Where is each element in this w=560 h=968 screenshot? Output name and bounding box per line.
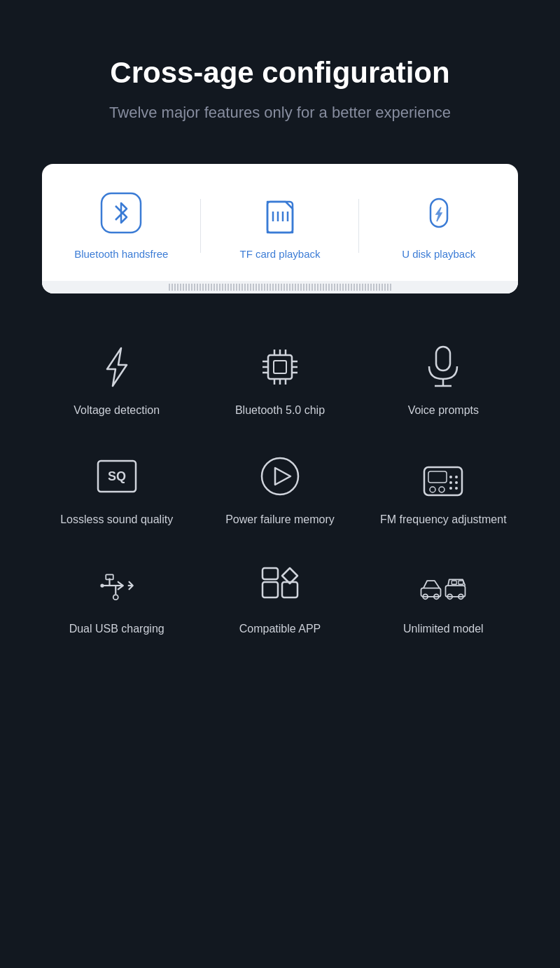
page-title: Cross-age configuration	[110, 56, 449, 90]
svg-point-42	[100, 583, 104, 587]
feature-label-voltage: Voltage detection	[74, 404, 160, 417]
feature-app: Compatible APP	[205, 561, 354, 635]
svg-rect-44	[282, 582, 298, 597]
features-grid: Voltage detection	[42, 343, 518, 635]
feature-label-chip: Bluetooth 5.0 chip	[235, 404, 325, 417]
svg-rect-43	[262, 582, 278, 597]
svg-point-28	[455, 476, 458, 478]
svg-point-31	[449, 476, 452, 478]
svg-rect-53	[458, 581, 463, 584]
svg-rect-34	[428, 471, 447, 483]
feature-label-voice: Voice prompts	[408, 404, 479, 417]
feature-card: Bluetooth handsfree TF card playback	[42, 164, 518, 293]
chip-icon	[255, 343, 304, 392]
card-item-bluetooth: Bluetooth handsfree	[42, 192, 201, 260]
feature-memory: Power failure memory	[205, 452, 354, 526]
svg-point-30	[455, 487, 458, 490]
svg-rect-8	[274, 361, 286, 373]
feature-lossless: SQ Lossless sound quality	[42, 452, 191, 526]
card-item-udisk: U disk playback	[359, 192, 518, 260]
play-circle-icon	[255, 452, 304, 501]
feature-label-memory: Power failure memory	[225, 513, 335, 526]
feature-usb: Dual USB charging	[42, 561, 191, 635]
bluetooth-icon	[100, 192, 142, 234]
cars-icon	[419, 561, 468, 610]
svg-rect-1	[267, 202, 293, 233]
feature-label-usb: Dual USB charging	[69, 623, 164, 635]
tf-card-icon	[259, 192, 301, 234]
card-item-tf: TF card playback	[201, 192, 360, 260]
microphone-icon	[419, 343, 468, 392]
svg-rect-7	[268, 355, 292, 379]
usb-icon	[92, 561, 141, 610]
svg-point-29	[455, 481, 458, 484]
u-disk-icon	[418, 192, 460, 234]
feature-label-app: Compatible APP	[239, 623, 321, 635]
feature-label-fm: FM frequency adjustment	[380, 513, 507, 526]
card-item-label-bluetooth: Bluetooth handsfree	[74, 248, 168, 260]
svg-point-41	[113, 595, 118, 600]
radio-icon	[419, 452, 468, 501]
feature-label-lossless: Lossless sound quality	[60, 513, 173, 526]
feature-label-model: Unlimited model	[403, 623, 484, 635]
svg-point-36	[439, 487, 444, 492]
svg-rect-21	[436, 347, 450, 371]
feature-voltage: Voltage detection	[42, 343, 191, 417]
scroll-bar: for(let i=0;i<80;i++){ document.write('<…	[42, 281, 518, 293]
svg-point-26	[262, 458, 298, 495]
feature-voice: Voice prompts	[369, 343, 518, 417]
app-grid-icon	[255, 561, 304, 610]
sq-icon: SQ	[92, 452, 141, 501]
svg-point-35	[430, 487, 435, 492]
feature-fm: FM frequency adjustment	[369, 452, 518, 526]
feature-chip: Bluetooth 5.0 chip	[205, 343, 354, 417]
card-item-label-udisk: U disk playback	[402, 248, 475, 260]
feature-model: Unlimited model	[369, 561, 518, 635]
svg-rect-45	[262, 568, 278, 579]
svg-text:SQ: SQ	[108, 469, 126, 483]
card-item-label-tf: TF card playback	[239, 248, 320, 260]
lightning-icon	[92, 343, 141, 392]
svg-rect-52	[452, 581, 457, 584]
page-subtitle: Twelve major features only for a better …	[109, 104, 451, 122]
svg-point-33	[449, 487, 452, 490]
svg-point-32	[449, 481, 452, 484]
